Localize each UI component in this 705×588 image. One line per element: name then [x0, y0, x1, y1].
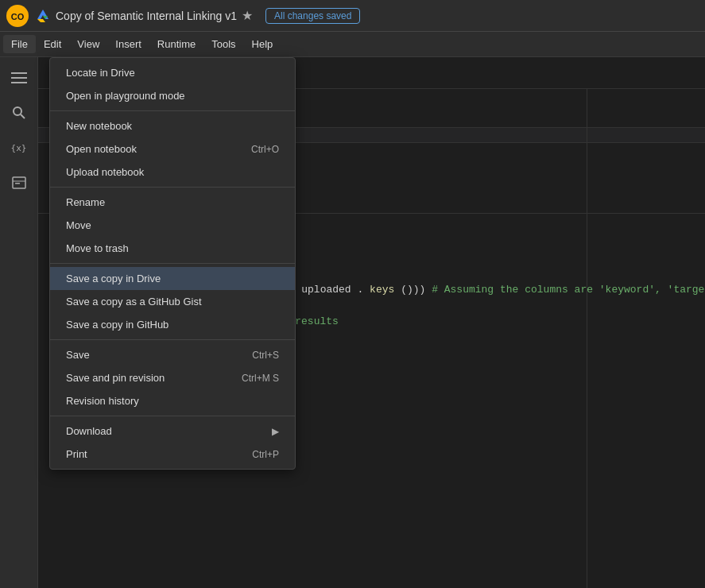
dropdown-save-copy-drive[interactable]: Save a copy in Drive: [50, 267, 295, 290]
open-playground-label: Open in playground mode: [66, 90, 185, 102]
svg-point-5: [14, 107, 21, 115]
menu-runtime[interactable]: Runtime: [149, 35, 203, 53]
upload-notebook-label: Upload notebook: [66, 166, 144, 178]
sidebar-files-icon[interactable]: [5, 168, 33, 197]
dropdown-section-4: Save a copy in Drive Save a copy as a Gi…: [50, 267, 295, 336]
dropdown-section-6: Download ▶ Print Ctrl+P: [50, 420, 295, 466]
dropdown-section-1: Locate in Drive Open in playground mode: [50, 61, 295, 107]
svg-text:CO: CO: [11, 12, 25, 21]
star-icon[interactable]: ★: [242, 8, 253, 23]
divider-4: [50, 339, 295, 340]
dropdown-download[interactable]: Download ▶: [50, 420, 295, 443]
save-shortcut: Ctrl+S: [252, 350, 279, 361]
dropdown-new-notebook[interactable]: New notebook: [50, 114, 295, 137]
svg-rect-3: [11, 77, 27, 79]
dropdown-save[interactable]: Save Ctrl+S: [50, 343, 295, 366]
colab-logo: CO: [6, 5, 29, 27]
dropdown-locate-drive[interactable]: Locate in Drive: [50, 61, 295, 84]
dropdown-save-pin[interactable]: Save and pin revision Ctrl+M S: [50, 366, 295, 389]
menu-insert[interactable]: Insert: [107, 35, 149, 53]
save-pin-shortcut: Ctrl+M S: [242, 373, 279, 384]
menu-help[interactable]: Help: [244, 35, 281, 53]
sidebar-variables-icon[interactable]: {x}: [5, 133, 33, 162]
save-copy-gist-label: Save a copy as a GitHub Gist: [66, 296, 202, 308]
rename-label: Rename: [66, 196, 105, 208]
left-sidebar: {x}: [0, 57, 38, 588]
dropdown-revision-history[interactable]: Revision history: [50, 389, 295, 412]
divider-2: [50, 187, 295, 188]
all-changes-saved-badge: All changes saved: [265, 8, 360, 24]
dropdown-section-5: Save Ctrl+S Save and pin revision Ctrl+M…: [50, 343, 295, 412]
move-label: Move: [66, 219, 91, 231]
svg-rect-2: [11, 72, 27, 74]
sidebar-search-icon[interactable]: [5, 99, 33, 127]
open-notebook-label: Open notebook: [66, 143, 137, 155]
divider-1: [50, 110, 295, 111]
dropdown-save-copy-gist[interactable]: Save a copy as a GitHub Gist: [50, 290, 295, 313]
print-shortcut: Ctrl+P: [252, 449, 279, 460]
svg-rect-8: [15, 183, 20, 184]
save-copy-github-label: Save a copy in GitHub: [66, 319, 169, 331]
svg-line-6: [21, 114, 25, 118]
top-bar: CO Copy of Semantic Internal Linking v1 …: [0, 0, 705, 32]
sidebar-menu-icon[interactable]: [5, 64, 33, 92]
drive-icon: [35, 8, 51, 24]
open-notebook-shortcut: Ctrl+O: [251, 144, 279, 155]
dropdown-rename[interactable]: Rename: [50, 191, 295, 214]
dropdown-move[interactable]: Move: [50, 214, 295, 237]
move-to-trash-label: Move to trash: [66, 242, 129, 254]
dropdown-print[interactable]: Print Ctrl+P: [50, 443, 295, 466]
download-arrow: ▶: [272, 426, 279, 437]
menu-file[interactable]: File: [3, 35, 36, 53]
dropdown-open-playground[interactable]: Open in playground mode: [50, 84, 295, 107]
dropdown-open-notebook[interactable]: Open notebook Ctrl+O: [50, 137, 295, 161]
revision-history-label: Revision history: [66, 395, 139, 407]
dropdown-upload-notebook[interactable]: Upload notebook: [50, 161, 295, 184]
menu-view[interactable]: View: [69, 35, 107, 53]
divider-3: [50, 263, 295, 264]
download-label: Download: [66, 425, 112, 437]
doc-title: Copy of Semantic Internal Linking v1: [56, 10, 237, 22]
file-dropdown-menu: Locate in Drive Open in playground mode …: [49, 57, 296, 470]
dropdown-save-copy-github[interactable]: Save a copy in GitHub: [50, 313, 295, 336]
menu-tools[interactable]: Tools: [203, 35, 243, 53]
save-copy-drive-label: Save a copy in Drive: [66, 273, 161, 284]
divider-5: [50, 416, 295, 416]
locate-drive-label: Locate in Drive: [66, 67, 135, 79]
dropdown-move-to-trash[interactable]: Move to trash: [50, 237, 295, 260]
save-pin-label: Save and pin revision: [66, 372, 165, 384]
menu-bar: File Edit View Insert Runtime Tools Help: [0, 32, 705, 57]
save-label: Save: [66, 349, 90, 361]
menu-edit[interactable]: Edit: [36, 35, 69, 53]
print-label: Print: [66, 448, 87, 460]
svg-rect-4: [11, 82, 27, 83]
dropdown-section-3: Rename Move Move to trash: [50, 191, 295, 260]
dropdown-section-2: New notebook Open notebook Ctrl+O Upload…: [50, 114, 295, 184]
new-notebook-label: New notebook: [66, 120, 132, 132]
